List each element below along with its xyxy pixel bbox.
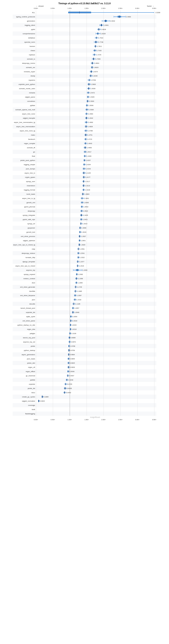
table-row: xml_etree_iterparse1.1587 bbox=[13, 293, 156, 298]
table-row: deepcopy_memo1.6684 bbox=[13, 61, 156, 65]
table-row: richards1.5472 bbox=[13, 90, 156, 95]
bar-area: 1.2377 bbox=[36, 260, 154, 264]
bar-value-label: 1.2266 bbox=[82, 269, 87, 271]
row-label: json_dumps bbox=[13, 168, 36, 170]
row-label: generators bbox=[13, 20, 36, 22]
bar-value-label: 1.7611 bbox=[97, 46, 102, 47]
bar-area: 1.4483 bbox=[36, 154, 154, 158]
bar-area: 1.7910 bbox=[36, 36, 154, 40]
table-row: ALL3.5289→ bbox=[13, 10, 156, 14]
table-row: logging_format1.4108 bbox=[13, 188, 156, 192]
bar-area: 1.1587 bbox=[36, 293, 154, 298]
bar-value-label: 1.8329 bbox=[101, 33, 106, 35]
table-row: flaskblogging bbox=[13, 412, 156, 416]
bar-area: 1.4963 bbox=[36, 112, 154, 116]
bar-area: 1.3060 bbox=[36, 226, 154, 230]
row-label: tomli_loads bbox=[13, 193, 36, 195]
bar-value-label: 0.9786 bbox=[70, 345, 75, 347]
bar-area: 1.1749 bbox=[36, 285, 154, 289]
bar-area bbox=[36, 403, 154, 407]
table-row: sqlglot_parse1.5405 bbox=[13, 95, 156, 99]
bar-value-label: 0.8492 bbox=[66, 392, 71, 394]
row-label: hexiom bbox=[13, 46, 36, 47]
table-row: chaos1.7420 bbox=[13, 48, 156, 52]
row-label: coverage bbox=[13, 404, 36, 406]
bar-area: 0.8785 bbox=[36, 382, 154, 386]
bar-area: 1.1996 bbox=[36, 276, 154, 280]
bar-area: 1.3592 bbox=[36, 204, 154, 209]
bar-area: 0.9639 bbox=[36, 365, 154, 369]
table-row: pycparser1.3060 bbox=[13, 226, 156, 230]
bar-value-label: 0.9970 bbox=[71, 341, 76, 343]
bar-area: 1.4786 bbox=[36, 128, 154, 133]
insignificant-label: insignificant bbox=[36, 416, 154, 419]
table-row: asyncio_tcp_ssl0.9970 bbox=[13, 340, 156, 344]
bar-area: 1.4556 bbox=[36, 146, 154, 150]
bar-value-label: 1.5090 bbox=[88, 104, 93, 106]
row-label: sympy_sum bbox=[13, 180, 36, 182]
table-row: async_generators0.9684 bbox=[13, 352, 156, 357]
bar-value-label: 1.0948 bbox=[74, 312, 79, 313]
row-label: django_template bbox=[13, 261, 36, 263]
row-label: go bbox=[13, 151, 36, 153]
table-row: async_tree_cpu_io_mixed1.2316 bbox=[13, 264, 156, 268]
bar-value-label: 1.3421 bbox=[83, 218, 88, 220]
bar-value-label: 1.7748 bbox=[98, 41, 103, 43]
bar-area: 1.3661 bbox=[36, 196, 154, 200]
bar-value-label: 0.9645 bbox=[70, 362, 75, 364]
bar-value-label: 1.4643 bbox=[87, 142, 92, 144]
bar-value-label: 1.1749 bbox=[77, 286, 82, 288]
row-label: gc_traversal bbox=[13, 375, 36, 377]
bar-value-label: 1.4715 bbox=[87, 138, 92, 140]
table-row: html5lib1.1685 bbox=[13, 289, 156, 293]
table-row: coroutines1.5300 bbox=[13, 99, 156, 103]
table-row: deepcopy1.3522 bbox=[13, 209, 156, 213]
bar-area: 2.4683 bbox=[36, 14, 154, 19]
bar-value-label: 1.4195 bbox=[86, 172, 91, 174]
row-label: xml_etree_parse bbox=[13, 320, 36, 322]
table-row: regex_effbot0.9540 bbox=[13, 369, 156, 374]
row-label: pickle_dict bbox=[13, 362, 36, 364]
row-label: spectral_norm bbox=[13, 41, 36, 43]
bar-value-label: 1.4828 bbox=[88, 126, 93, 128]
bar-value-label: 1.4177 bbox=[86, 176, 90, 178]
bar-value-label: 1.0350 bbox=[72, 316, 77, 318]
table-row: async_tree_io_tg1.3661 bbox=[13, 196, 156, 200]
bar-area: 0.9684 bbox=[36, 352, 154, 357]
bar-value-label: 1.1518 bbox=[76, 299, 81, 301]
bar-value-label: 1.2316 bbox=[79, 265, 84, 267]
bar-area: 2.0632 bbox=[36, 19, 154, 23]
bar-value-label: 1.3661 bbox=[84, 198, 89, 199]
table-row: deepcopy_reduce1.2541 bbox=[13, 251, 156, 255]
row-label: async_tree_cpu_io_mixed bbox=[13, 265, 36, 267]
row-label: json_loads bbox=[13, 358, 36, 360]
table-row: raytrace1.7278 bbox=[13, 52, 156, 57]
bar-value-label: 1.7278 bbox=[96, 54, 101, 56]
bar-value-label: 1.4556 bbox=[87, 147, 92, 149]
row-label: bench_mp_pool bbox=[13, 337, 36, 339]
bar-value-label: 1.2541 bbox=[80, 252, 85, 254]
bar-area: 1.2266 bbox=[36, 268, 154, 272]
table-row: sympy_sum1.4117 bbox=[13, 179, 156, 184]
bar-area: 1.4177 bbox=[36, 175, 154, 179]
bar-area: 1.4751 bbox=[36, 133, 154, 137]
table-row: unpickle0.8785 bbox=[13, 382, 156, 386]
table-row: pathlib0.9158 bbox=[13, 378, 156, 382]
bar-value-label: 1.6374 bbox=[93, 71, 98, 73]
bar-area: 1.1518 bbox=[36, 298, 154, 302]
row-label: sqlglot_transpile bbox=[13, 117, 36, 119]
row-label: async_tree_cpu_io_mixed_tg bbox=[13, 244, 36, 246]
table-row: async_tree_cpu_io_mixed_tg1.2820 bbox=[13, 242, 156, 247]
table-row: go1.4517 bbox=[13, 150, 156, 154]
row-label: pickle_pure_python bbox=[13, 160, 36, 161]
table-row: docutils1.1185 bbox=[13, 302, 156, 306]
bar-value-label: 0.1889 bbox=[44, 396, 48, 398]
bar-area: 1.0316 bbox=[36, 318, 154, 323]
row-label: asyncio_tcp bbox=[13, 269, 36, 271]
table-row: json_loads0.9655 bbox=[13, 357, 156, 361]
table-row: pyflate1.5090 bbox=[13, 103, 156, 108]
bar-area: 1.3421 bbox=[36, 217, 154, 222]
bar-area: 0.9786 bbox=[36, 344, 154, 348]
table-row: asyncio_tcp1.2266 bbox=[13, 268, 156, 272]
bar-value-label: 0.9655 bbox=[70, 358, 75, 360]
